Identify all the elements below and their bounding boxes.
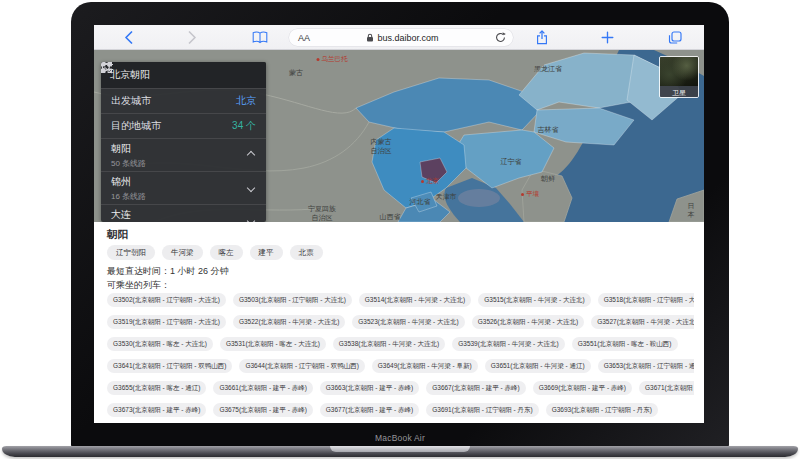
train-row: G3655(北京朝阳 - 喀左 - 通辽)G3661(北京朝阳 - 建平 - 赤… [107, 381, 694, 395]
screen: AA bus.daibor.com [94, 25, 704, 423]
train-pill[interactable]: G3675(北京朝阳 - 建平 - 赤峰) [213, 403, 312, 417]
city-name: 朝阳 [111, 142, 146, 156]
train-pill[interactable]: G3503(北京朝阳 - 辽宁朝阳 - 大连北) [233, 293, 352, 307]
train-pill[interactable]: G3515(北京朝阳 - 牛河梁 - 大连北) [478, 293, 590, 307]
chevron-down-icon[interactable] [247, 217, 255, 222]
station-tag[interactable]: 北票 [290, 245, 323, 260]
chevron-down-icon[interactable] [247, 184, 255, 192]
train-pill[interactable]: G3671(北京朝阳 - 建平 - 赤峰) [639, 381, 694, 395]
station-tag[interactable]: 牛河梁 [162, 245, 203, 260]
panel-header: 北京朝阳 [101, 62, 266, 88]
train-pill[interactable]: G3649(北京朝阳 - 牛河梁 - 阜新) [372, 359, 478, 373]
train-pill[interactable]: G3502(北京朝阳 - 辽宁朝阳 - 大连北) [107, 293, 226, 307]
city-text: 朝阳50 条线路 [111, 142, 146, 169]
train-pill[interactable]: G3514(北京朝阳 - 牛河梁 - 大连北) [359, 293, 471, 307]
train-pill[interactable]: G3551(北京朝阳 - 喀左 - 鞍山西) [572, 337, 678, 351]
train-pill[interactable]: G3538(北京朝阳 - 牛河梁 - 大连北) [333, 337, 445, 351]
satellite-view-toggle[interactable]: 卫星 [659, 56, 699, 98]
train-pill[interactable]: G3527(北京朝阳 - 牛河梁 - 大连北) [591, 315, 694, 329]
train-list: G3502(北京朝阳 - 辽宁朝阳 - 大连北)G3503(北京朝阳 - 辽宁朝… [107, 293, 694, 423]
city-detail-section: 朝阳 辽宁朝阳牛河梁喀左建平北票 最短直达时间：1 小时 26 分钟 可乘坐的列… [94, 222, 704, 423]
sidebar-city-row[interactable]: 朝阳50 条线路 [101, 138, 266, 171]
satellite-label: 卫星 [660, 86, 698, 98]
city-name: 锦州 [111, 175, 146, 189]
city-text: 锦州16 条线路 [111, 175, 146, 202]
train-pill[interactable]: G3522(北京朝阳 - 牛河梁 - 大连北) [233, 315, 345, 329]
station-tag[interactable]: 喀左 [210, 245, 243, 260]
train-pill[interactable]: G3641(北京朝阳 - 辽宁朝阳 - 双鸭山西) [107, 359, 232, 373]
tab-overview-button[interactable] [664, 25, 686, 50]
train-pill[interactable]: G3526(北京朝阳 - 牛河梁 - 大连北) [472, 315, 584, 329]
train-pill[interactable]: G3655(北京朝阳 - 喀左 - 通辽) [107, 381, 206, 395]
grid-icon[interactable] [101, 62, 112, 73]
train-pill[interactable]: G3530(北京朝阳 - 喀左 - 大连北) [107, 337, 213, 351]
browser-toolbar: AA bus.daibor.com [94, 25, 704, 50]
train-pill[interactable]: G3539(北京朝阳 - 牛河梁 - 大连北) [452, 337, 564, 351]
train-row: G3673(北京朝阳 - 建平 - 赤峰)G3675(北京朝阳 - 建平 - 赤… [107, 403, 694, 417]
train-pill[interactable]: G3667(北京朝阳 - 建平 - 赤峰) [426, 381, 525, 395]
city-lines-count: 50 条线路 [111, 158, 146, 169]
city-lines-count: 16 条线路 [111, 191, 146, 202]
destination-label: 目的地城市 [111, 119, 161, 133]
route-filter-panel: 北京朝阳 出发城市 北京 目的地城市 34 个 朝阳50 条线路锦州16 条线路… [101, 62, 266, 222]
city-heading: 朝阳 [107, 228, 694, 241]
city-text: 大连18 条线路 [111, 208, 146, 223]
departure-label: 出发城市 [111, 94, 151, 108]
reader-button[interactable]: AA [298, 33, 310, 43]
destination-value: 34 个 [232, 119, 256, 133]
train-row: G3530(北京朝阳 - 喀左 - 大连北)G3531(北京朝阳 - 喀左 - … [107, 337, 694, 351]
share-icon [536, 30, 548, 45]
back-button[interactable] [118, 25, 138, 50]
train-pill[interactable]: G3531(北京朝阳 - 喀左 - 大连北) [220, 337, 326, 351]
destination-city-list: 朝阳50 条线路锦州16 条线路大连18 条线路 [101, 138, 266, 222]
train-pill[interactable]: G3644(北京朝阳 - 辽宁朝阳 - 双鸭山西) [239, 359, 364, 373]
share-button[interactable] [532, 25, 552, 50]
china-map[interactable]: 卫星 北京朝阳 出发城市 北京 目的地城市 34 个 朝阳50 条 [94, 50, 704, 222]
back-chevron-icon [124, 31, 133, 44]
fastest-time-text: 最短直达时间：1 小时 26 分钟 [107, 265, 694, 277]
train-pill[interactable]: G3523(北京朝阳 - 牛河梁 - 大连北) [352, 315, 464, 329]
tabs-icon [668, 31, 682, 44]
station-tag[interactable]: 建平 [250, 245, 283, 260]
url-text: bus.daibor.com [310, 33, 495, 43]
train-pill[interactable]: G3518(北京朝阳 - 辽宁朝阳 - 大连北) [598, 293, 694, 307]
train-pill[interactable]: G3661(北京朝阳 - 建平 - 赤峰) [213, 381, 312, 395]
destination-count-row[interactable]: 目的地城市 34 个 [101, 113, 266, 138]
lock-icon [366, 33, 374, 42]
web-page: 卫星 北京朝阳 出发城市 北京 目的地城市 34 个 朝阳50 条 [94, 50, 704, 423]
device-brand-label: MacBook Air [71, 433, 729, 443]
chevron-up-icon[interactable] [247, 151, 255, 159]
url-domain: bus.daibor.com [377, 33, 438, 43]
train-pill[interactable]: G3651(北京朝阳 - 牛河梁 - 通辽) [485, 359, 591, 373]
train-row: G3519(北京朝阳 - 辽宁朝阳 - 大连北)G3522(北京朝阳 - 牛河梁… [107, 315, 694, 329]
train-pill[interactable]: G3663(北京朝阳 - 建平 - 赤峰) [320, 381, 419, 395]
train-pill[interactable]: G3673(北京朝阳 - 建平 - 赤峰) [107, 403, 206, 417]
new-tab-button[interactable] [597, 25, 617, 50]
train-pill[interactable]: G3677(北京朝阳 - 建平 - 赤峰) [320, 403, 419, 417]
train-pill[interactable]: G3669(北京朝阳 - 建平 - 赤峰) [533, 381, 632, 395]
reload-button[interactable] [495, 32, 506, 43]
train-pill[interactable]: G3693(北京朝阳 - 辽宁朝阳 - 丹东) [546, 403, 658, 417]
train-pill[interactable]: G3691(北京朝阳 - 辽宁朝阳 - 丹东) [426, 403, 538, 417]
satellite-thumbnail [660, 57, 698, 86]
station-tag[interactable]: 辽宁朝阳 [107, 245, 155, 260]
train-pill[interactable]: G3653(北京朝阳 - 辽宁朝阳 - 通辽) [598, 359, 694, 373]
train-pill[interactable]: G3519(北京朝阳 - 辽宁朝阳 - 大连北) [107, 315, 226, 329]
forward-chevron-icon [188, 31, 197, 44]
panel-title: 北京朝阳 [110, 68, 257, 82]
plus-icon [601, 31, 614, 44]
sidebar-city-row[interactable]: 锦州16 条线路 [101, 171, 266, 204]
departure-value: 北京 [236, 94, 256, 108]
forward-button[interactable] [182, 25, 202, 50]
station-tag-row: 辽宁朝阳牛河梁喀左建平北票 [107, 245, 694, 260]
city-name: 大连 [111, 208, 146, 222]
bookmarks-button[interactable] [249, 25, 271, 50]
departure-city-row[interactable]: 出发城市 北京 [101, 88, 266, 113]
sidebar-city-row[interactable]: 大连18 条线路 [101, 204, 266, 222]
book-icon [252, 31, 268, 44]
reload-icon [495, 32, 506, 43]
laptop-lid-notch [330, 446, 470, 452]
train-row: G3502(北京朝阳 - 辽宁朝阳 - 大连北)G3503(北京朝阳 - 辽宁朝… [107, 293, 694, 307]
train-row: G3641(北京朝阳 - 辽宁朝阳 - 双鸭山西)G3644(北京朝阳 - 辽宁… [107, 359, 694, 373]
address-bar[interactable]: AA bus.daibor.com [289, 29, 513, 46]
